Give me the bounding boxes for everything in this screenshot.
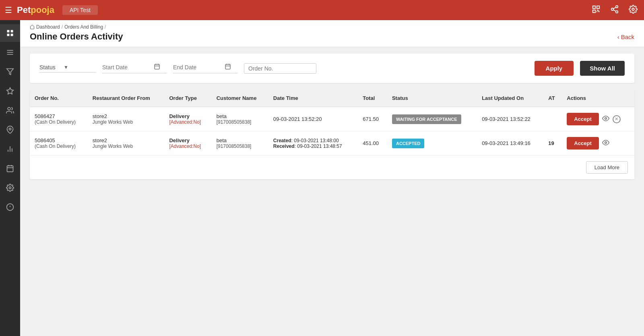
status-filter-wrapper: Status ▼ bbox=[39, 64, 96, 73]
start-date-wrapper bbox=[102, 63, 167, 73]
sidebar-item-info[interactable] bbox=[0, 198, 20, 216]
table-row: 5086427 (Cash On Delivery) store2 Jungle… bbox=[30, 107, 634, 131]
orders-table-container: Order No. Restaurant Order From Order Ty… bbox=[30, 89, 634, 179]
accept-button-2[interactable]: Accept bbox=[567, 137, 599, 149]
eye-icon-2[interactable] bbox=[602, 139, 609, 148]
sidebar-item-list[interactable] bbox=[0, 44, 20, 61]
order-type-main-1: Delivery bbox=[169, 113, 206, 119]
table-header: Order No. Restaurant Order From Order Ty… bbox=[30, 89, 634, 107]
sidebar-item-grid[interactable] bbox=[0, 24, 20, 42]
date-time-1: 09-03-2021 13:52:20 bbox=[273, 116, 353, 122]
col-order-no: Order No. bbox=[30, 89, 88, 107]
back-chevron-icon: ‹ bbox=[617, 33, 619, 40]
svg-point-8 bbox=[632, 8, 634, 10]
svg-line-6 bbox=[613, 10, 616, 11]
eye-icon-1[interactable] bbox=[602, 115, 609, 124]
filter-bar: Status ▼ Apply Show All bbox=[30, 54, 634, 83]
breadcrumb-sep1: / bbox=[62, 24, 63, 30]
col-order-type: Order Type bbox=[164, 89, 211, 107]
order-no-input[interactable] bbox=[248, 65, 305, 72]
customer-name-1: beta bbox=[217, 113, 264, 119]
cell-customer-1: beta [917008505838] bbox=[212, 107, 268, 131]
customer-name-2: beta bbox=[217, 137, 264, 143]
breadcrumb: Dashboard / Orders And Billing / bbox=[30, 24, 634, 30]
load-more-button[interactable]: Load More bbox=[586, 161, 628, 174]
cell-at-2: 19 bbox=[543, 131, 562, 156]
show-all-button[interactable]: Show All bbox=[580, 61, 625, 76]
sidebar-item-star[interactable] bbox=[0, 82, 20, 100]
logo-pet: Pet bbox=[17, 5, 31, 15]
created-label-2: Created bbox=[273, 138, 291, 143]
svg-point-40 bbox=[605, 141, 607, 143]
cell-datetime-1: 09-03-2021 13:52:20 bbox=[268, 107, 358, 131]
status-select[interactable]: Status bbox=[39, 64, 64, 71]
top-nav-right bbox=[590, 3, 639, 17]
order-number-2: 5086405 bbox=[35, 137, 83, 143]
restaurant-sub-1: Jungle Works Web bbox=[93, 119, 160, 125]
sidebar bbox=[0, 20, 20, 336]
received-value-2: 09-03-2021 13:48:57 bbox=[297, 143, 342, 149]
logo-text: Petpooja bbox=[17, 5, 54, 15]
table-header-row: Order No. Restaurant Order From Order Ty… bbox=[30, 89, 634, 107]
table-body: 5086427 (Cash On Delivery) store2 Jungle… bbox=[30, 107, 634, 156]
page-header: Dashboard / Orders And Billing / Online … bbox=[20, 20, 644, 47]
settings-icon-btn[interactable] bbox=[627, 3, 639, 17]
col-customer-name: Customer Name bbox=[212, 89, 268, 107]
restaurant-name-1: store2 bbox=[93, 113, 160, 119]
close-circle-icon-1[interactable]: ✕ bbox=[613, 115, 621, 123]
svg-point-27 bbox=[9, 187, 11, 189]
apply-button[interactable]: Apply bbox=[535, 61, 574, 76]
col-at: AT bbox=[543, 89, 562, 107]
breadcrumb-dashboard[interactable]: Dashboard bbox=[36, 24, 60, 30]
created-value-2: 09-03-2021 13:48:00 bbox=[294, 138, 339, 143]
svg-rect-0 bbox=[593, 6, 595, 8]
cell-order-no-2: 5086405 (Cash On Delivery) bbox=[30, 131, 88, 156]
received-label-2: Received bbox=[273, 143, 295, 149]
logo: Petpooja bbox=[17, 5, 54, 15]
cell-restaurant-1: store2 Jungle Works Web bbox=[88, 107, 165, 131]
status-badge-2: ACCEPTED bbox=[392, 139, 425, 148]
svg-rect-9 bbox=[7, 30, 10, 33]
cell-order-no-1: 5086427 (Cash On Delivery) bbox=[30, 107, 88, 131]
sidebar-item-chart[interactable] bbox=[0, 140, 20, 158]
qr-icon-btn[interactable] bbox=[590, 3, 602, 17]
home-icon bbox=[30, 25, 35, 29]
breadcrumb-orders[interactable]: Orders And Billing bbox=[64, 24, 103, 30]
sidebar-item-settings[interactable] bbox=[0, 179, 20, 197]
order-type-sub-2: [Advanced:No] bbox=[169, 143, 206, 149]
svg-rect-31 bbox=[155, 64, 159, 69]
svg-rect-2 bbox=[593, 10, 595, 12]
action-icons-2: Accept bbox=[567, 137, 630, 149]
customer-phone-1: [917008505838] bbox=[217, 119, 264, 125]
col-total: Total bbox=[358, 89, 387, 107]
cell-actions-1: Accept ✕ bbox=[562, 107, 634, 131]
cell-last-updated-1: 09-03-2021 13:52:22 bbox=[477, 107, 543, 131]
sidebar-item-location[interactable] bbox=[0, 121, 20, 139]
col-date-time: Date Time bbox=[268, 89, 358, 107]
page-content: Dashboard / Orders And Billing / Online … bbox=[20, 20, 644, 336]
sidebar-item-calendar[interactable] bbox=[0, 160, 20, 177]
svg-rect-12 bbox=[11, 34, 13, 36]
cell-total-2: 451.00 bbox=[358, 131, 387, 156]
end-date-calendar-icon[interactable] bbox=[225, 63, 231, 71]
hamburger-icon[interactable]: ☰ bbox=[5, 5, 12, 15]
cell-actions-2: Accept bbox=[562, 131, 634, 156]
order-sub-1: (Cash On Delivery) bbox=[35, 119, 83, 125]
back-label: Back bbox=[621, 33, 634, 40]
breadcrumb-sep2: / bbox=[105, 24, 106, 30]
customer-phone-2: [917008505838] bbox=[217, 143, 264, 149]
col-status: Status bbox=[387, 89, 477, 107]
share-icon-btn[interactable] bbox=[609, 3, 621, 17]
svg-marker-16 bbox=[7, 69, 14, 75]
svg-rect-11 bbox=[7, 34, 10, 36]
cell-order-type-2: Delivery [Advanced:No] bbox=[164, 131, 211, 156]
end-date-input[interactable] bbox=[173, 64, 221, 71]
main-layout: Dashboard / Orders And Billing / Online … bbox=[0, 20, 644, 336]
accept-button-1[interactable]: Accept bbox=[567, 113, 599, 125]
page-title: Online Orders Activity bbox=[30, 31, 123, 42]
back-button[interactable]: ‹ Back bbox=[617, 33, 634, 40]
start-date-input[interactable] bbox=[102, 64, 151, 71]
start-date-calendar-icon[interactable] bbox=[154, 63, 160, 71]
sidebar-item-people[interactable] bbox=[0, 102, 20, 119]
sidebar-item-filter[interactable] bbox=[0, 63, 20, 81]
